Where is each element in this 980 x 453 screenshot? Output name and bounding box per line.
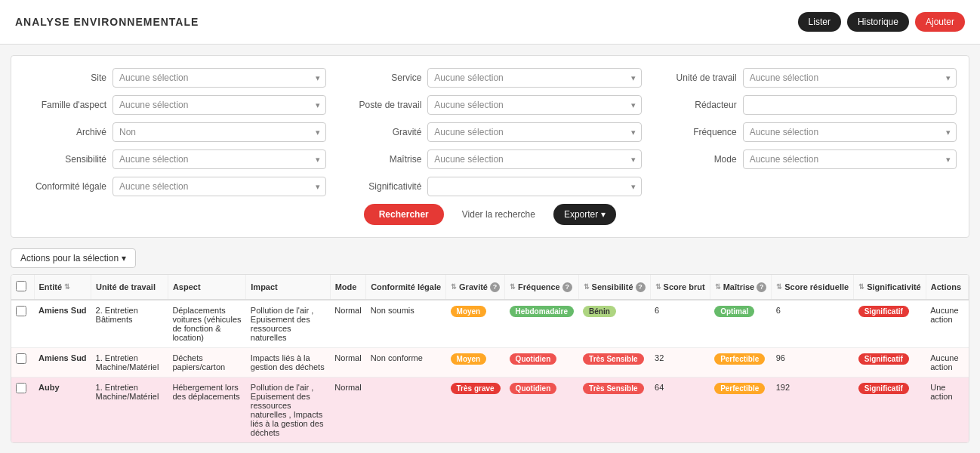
row-actions: Une action xyxy=(926,378,968,443)
select-all-checkbox[interactable] xyxy=(16,281,26,291)
th-conformite-legale: Conformité légale xyxy=(366,275,446,300)
row-maitrise: Perfectible xyxy=(710,348,772,378)
actions-bar: Actions pour la sélection ▾ xyxy=(11,248,969,268)
help-gravite-icon[interactable]: ? xyxy=(490,282,500,292)
sort-score-brut[interactable]: ⇅ Score brut xyxy=(655,282,705,291)
th-actions: Actions xyxy=(926,275,968,300)
service-select[interactable]: Aucune sélection xyxy=(427,68,641,88)
archive-label: Archivé xyxy=(23,127,106,137)
sort-gravite[interactable]: ⇅ Gravité ? xyxy=(451,282,500,292)
sort-entite[interactable]: Entité ⇅ xyxy=(39,282,87,291)
filter-frequence-group: Fréquence Aucune sélection xyxy=(654,122,957,142)
sensibilite-label: Sensibilité xyxy=(23,154,106,165)
filter-unite-travail-group: Unité de travail Aucune sélection xyxy=(654,68,957,88)
row-score-brut: 64 xyxy=(650,378,710,443)
frequence-select[interactable]: Aucune sélection xyxy=(743,122,957,142)
filter-actions: Rechercher Vider la recherche Exporter ▾ xyxy=(23,204,957,225)
sort-icon-entite: ⇅ xyxy=(64,283,70,291)
th-significativite: ⇅ Significativité xyxy=(854,275,926,300)
filter-gravite-group: Gravité Aucune sélection xyxy=(338,122,641,142)
mode-select[interactable]: Aucune sélection xyxy=(743,149,957,169)
sort-icon-significativite: ⇅ xyxy=(858,283,864,291)
lister-button[interactable]: Lister xyxy=(798,12,841,32)
row-checkbox[interactable] xyxy=(16,306,26,316)
help-maitrise-icon[interactable]: ? xyxy=(757,282,766,292)
historique-button[interactable]: Historique xyxy=(847,12,909,32)
help-sensibilite-icon[interactable]: ? xyxy=(636,282,646,292)
sort-score-residuel[interactable]: ⇅ Score résiduelle xyxy=(776,282,849,291)
maitrise-select-wrap: Aucune sélection xyxy=(427,149,641,169)
row-impact: Impacts liés à la gestion des déchets xyxy=(246,348,330,378)
row-checkbox-cell xyxy=(11,300,34,348)
famille-aspect-select[interactable]: Aucune sélection xyxy=(112,95,326,115)
sort-icon-score-brut: ⇅ xyxy=(655,283,661,291)
filter-row-2: Famille d'aspect Aucune sélection Poste … xyxy=(23,95,957,115)
row-maitrise: Optimal xyxy=(710,300,772,348)
sort-sensibilite[interactable]: ⇅ Sensibilité ? xyxy=(584,282,646,292)
row-score-residuel: 192 xyxy=(772,378,854,443)
help-frequence-icon[interactable]: ? xyxy=(562,282,572,292)
row-frequence: Quotidien xyxy=(505,378,578,443)
row-aspect: Déplacements voitures (véhicules de fonc… xyxy=(168,300,245,348)
row-unite-travail: 1. Entretien Machine/Matériel xyxy=(91,378,168,443)
gravite-badge: Moyen xyxy=(451,306,487,317)
maitrise-select[interactable]: Aucune sélection xyxy=(427,149,641,169)
th-unite-travail: Unité de travail xyxy=(91,275,168,300)
unite-travail-select-wrap: Aucune sélection xyxy=(743,68,957,88)
sensibilite-select[interactable]: Aucune sélection xyxy=(112,149,326,169)
row-significativite: Significatif xyxy=(854,300,926,348)
th-aspect: Aspect xyxy=(168,275,245,300)
row-significativite: Significatif xyxy=(854,348,926,378)
mode-label: Mode xyxy=(654,154,737,165)
filter-redacteur-group: Rédacteur xyxy=(654,95,957,115)
conformite-select-wrap: Aucune sélection xyxy=(112,177,326,196)
gravite-select[interactable]: Aucune sélection xyxy=(427,122,641,142)
conformite-legale-select[interactable]: Aucune sélection xyxy=(112,177,326,196)
archive-select-wrap: Non xyxy=(112,122,326,142)
th-impact: Impact xyxy=(246,275,330,300)
th-score-brut: ⇅ Score brut xyxy=(650,275,710,300)
famille-aspect-label: Famille d'aspect xyxy=(23,100,106,110)
row-checkbox-cell xyxy=(11,348,34,378)
significativite-select[interactable] xyxy=(427,177,641,196)
frequence-badge: Hebdomadaire xyxy=(510,306,574,317)
actions-selection-button[interactable]: Actions pour la sélection ▾ xyxy=(11,248,136,268)
gravite-select-wrap: Aucune sélection xyxy=(427,122,641,142)
sort-maitrise[interactable]: ⇅ Maîtrise ? xyxy=(715,282,767,292)
poste-travail-select[interactable]: Aucune sélection xyxy=(427,95,641,115)
archive-select[interactable]: Non xyxy=(112,122,326,142)
row-mode: Normal xyxy=(330,378,365,443)
data-table: Entité ⇅ Unité de travail Aspect Impact … xyxy=(11,275,969,442)
filter-famille-group: Famille d'aspect Aucune sélection xyxy=(23,95,326,115)
sensibilite-select-wrap: Aucune sélection xyxy=(112,149,326,169)
row-gravite: Moyen xyxy=(446,300,505,348)
filter-row-5: Conformité légale Aucune sélection Signi… xyxy=(23,177,957,196)
sort-significativite[interactable]: ⇅ Significativité xyxy=(858,282,921,291)
chevron-down-icon: ▾ xyxy=(122,253,126,263)
row-checkbox[interactable] xyxy=(16,383,26,393)
row-aspect: Hébergement lors des déplacements xyxy=(168,378,245,443)
redacteur-input[interactable] xyxy=(743,95,957,115)
header-buttons: Lister Historique Ajouter xyxy=(798,12,965,32)
maitrise-badge: Optimal xyxy=(714,306,754,317)
ajouter-button[interactable]: Ajouter xyxy=(915,12,965,32)
gravite-badge: Moyen xyxy=(451,353,487,365)
header: ANALYSE ENVIRONNEMENTALE Lister Historiq… xyxy=(0,0,980,45)
sort-frequence[interactable]: ⇅ Fréquence ? xyxy=(510,282,573,292)
site-select[interactable]: Aucune sélection xyxy=(112,68,326,88)
filter-site-group: Site Aucune sélection xyxy=(23,68,326,88)
row-checkbox[interactable] xyxy=(16,353,26,364)
th-sensibilite: ⇅ Sensibilité ? xyxy=(578,275,650,300)
exporter-button[interactable]: Exporter ▾ xyxy=(553,204,616,225)
filter-poste-group: Poste de travail Aucune sélection xyxy=(338,95,641,115)
poste-select-wrap: Aucune sélection xyxy=(427,95,641,115)
filter-significativite-group: Significativité xyxy=(338,177,641,196)
th-gravite: ⇅ Gravité ? xyxy=(446,275,505,300)
vider-button[interactable]: Vider la recherche xyxy=(451,204,546,225)
table-row: Amiens Sud 1. Entretien Machine/Matériel… xyxy=(11,348,969,378)
frequence-select-wrap: Aucune sélection xyxy=(743,122,957,142)
filter-mode-group: Mode Aucune sélection xyxy=(654,149,957,169)
unite-travail-select[interactable]: Aucune sélection xyxy=(743,68,957,88)
row-sensibilite: Très Sensible xyxy=(578,348,650,378)
rechercher-button[interactable]: Rechercher xyxy=(364,204,444,225)
